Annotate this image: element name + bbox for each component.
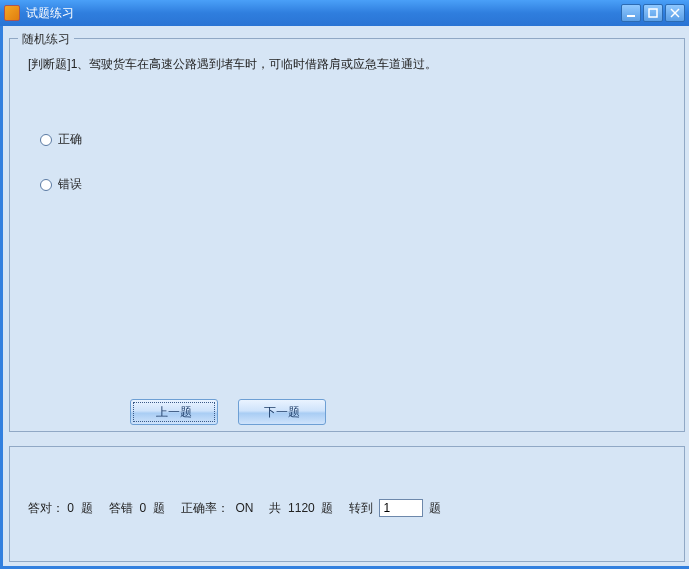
wrong-label: 答错 [109, 501, 133, 515]
correct-value: 0 [67, 501, 74, 515]
question-number: 1、 [71, 57, 90, 71]
total-segment: 共 1120 题 [269, 500, 333, 517]
option-label: 错误 [58, 176, 82, 193]
minimize-button[interactable] [621, 4, 641, 22]
total-value: 1120 [288, 501, 315, 515]
status-row: 答对： 0 题 答错 0 题 正确率： ON 共 1120 题 [28, 499, 666, 517]
maximize-button[interactable] [643, 4, 663, 22]
rate-value: ON [235, 501, 253, 515]
wrong-value: 0 [139, 501, 146, 515]
goto-input[interactable] [379, 499, 423, 517]
unit: 题 [153, 501, 165, 515]
titlebar: 试题练习 [0, 0, 689, 26]
minimize-icon [626, 8, 636, 18]
wrong-segment: 答错 0 题 [109, 500, 165, 517]
option-label: 正确 [58, 131, 82, 148]
window-title: 试题练习 [26, 5, 621, 22]
radio-icon [40, 179, 52, 191]
question-body: 驾驶货车在高速公路遇到堵车时，可临时借路肩或应急车道通过。 [89, 57, 437, 71]
question-prefix: [判断题] [28, 57, 71, 71]
groupbox-legend: 随机练习 [18, 31, 74, 48]
button-label: 下一题 [264, 404, 300, 421]
correct-label: 答对： [28, 501, 64, 515]
next-button[interactable]: 下一题 [238, 399, 326, 425]
close-icon [670, 8, 680, 18]
goto-suffix: 题 [429, 500, 441, 517]
svg-rect-1 [649, 9, 657, 17]
status-groupbox: 答对： 0 题 答错 0 题 正确率： ON 共 1120 题 [9, 446, 685, 562]
goto-segment: 转到 题 [349, 499, 441, 517]
question-text: [判断题]1、驾驶货车在高速公路遇到堵车时，可临时借路肩或应急车道通过。 [28, 55, 666, 74]
rate-label: 正确率： [181, 501, 229, 515]
window-buttons [621, 4, 685, 22]
button-label: 上一题 [156, 404, 192, 421]
client-area: 随机练习 [判断题]1、驾驶货车在高速公路遇到堵车时，可临时借路肩或应急车道通过… [3, 26, 689, 566]
unit: 题 [81, 501, 93, 515]
rate-segment: 正确率： ON [181, 500, 254, 517]
radio-icon [40, 134, 52, 146]
option-true[interactable]: 正确 [40, 131, 82, 148]
close-button[interactable] [665, 4, 685, 22]
options-group: 正确 错误 [40, 131, 82, 221]
nav-buttons: 上一题 下一题 [130, 399, 326, 425]
maximize-icon [648, 8, 658, 18]
app-window: 试题练习 随机练习 [判断题]1、驾驶货车在高速公路遇到堵车时，可临时借路肩或应… [0, 0, 689, 569]
practice-groupbox: 随机练习 [判断题]1、驾驶货车在高速公路遇到堵车时，可临时借路肩或应急车道通过… [9, 38, 685, 432]
app-icon [4, 5, 20, 21]
goto-label: 转到 [349, 500, 373, 517]
prev-button[interactable]: 上一题 [130, 399, 218, 425]
correct-segment: 答对： 0 题 [28, 500, 93, 517]
unit: 题 [321, 501, 333, 515]
option-false[interactable]: 错误 [40, 176, 82, 193]
total-label: 共 [269, 501, 281, 515]
